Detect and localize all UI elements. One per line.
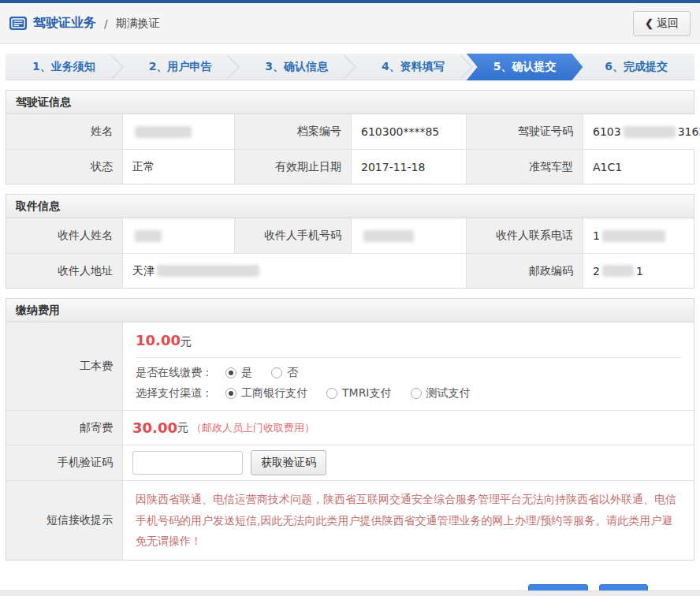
post-fee-row: 邮寄费 30.00元 （邮政人员上门收取费用） [6,410,694,445]
license-row-2: 状态 正常 有效期止日期 2017-11-18 准驾车型 A1C1 [6,149,694,184]
breadcrumb: 驾驶证业务 / 期满换证 [9,15,633,32]
payment-channel-question: 选择支付渠道： 工商银行支付 TMRI支付 测试支付 [136,386,681,400]
post-fee-label: 邮寄费 [6,410,123,445]
expiry-label: 有效期止日期 [235,149,352,184]
pickup-section-title: 取件信息 [6,195,694,218]
channel-test-option[interactable]: 测试支付 [411,386,471,400]
step-label: 5、确认提交 [493,60,557,74]
sms-code-row: 手机验证码 获取验证码 [6,445,694,480]
postcode-label: 邮政编码 [467,253,583,288]
status-label: 状态 [6,149,123,184]
radio-unchecked-icon[interactable] [411,388,422,399]
page-title: 驾驶证业务 [33,15,96,32]
recipient-name-label: 收件人姓名 [6,218,123,253]
expiry-value: 2017-11-18 [352,149,467,184]
post-fee-amount: 30.00 [132,419,177,436]
post-fee-unit: 元 [177,421,188,435]
license-row-1: 姓名 档案编号 610300****85 驾驶证号码 61033163X [6,114,694,149]
redacted-license-no [624,126,676,138]
post-fee-content: 30.00元 （邮政人员上门收取费用） [123,410,694,445]
sms-code-input[interactable] [132,451,243,475]
back-button-label: 返回 [657,17,679,31]
redacted-recipient-address [157,265,259,277]
redacted-name [135,126,192,138]
redacted-recipient-name [135,230,162,242]
breadcrumb-current: 期满换证 [116,17,160,31]
step-2-user-declaration[interactable]: 2、用户申告 [122,54,239,80]
work-fee-label: 工本费 [6,322,123,410]
pickup-info-section: 取件信息 收件人姓名 收件人手机号码 收件人联系电话 1 收件人地址 天津 邮政… [6,194,694,289]
post-fee-note: （邮政人员上门收取费用） [192,421,315,435]
radio-checked-icon[interactable] [225,367,236,378]
redacted-recipient-phone [602,230,665,242]
fees-section-title: 缴纳费用 [6,299,694,322]
vehicle-class-label: 准驾车型 [467,149,583,184]
fees-section: 缴纳费用 工本费 10.00元 是否在线缴费： 是 否 [6,298,694,561]
file-no-label: 档案编号 [235,114,352,149]
channel-tmri-option[interactable]: TMRI支付 [326,386,392,400]
channel-tmri-label: TMRI支付 [342,386,392,400]
sms-code-label: 手机验证码 [6,445,123,480]
license-info-section: 驾驶证信息 姓名 档案编号 610300****85 驾驶证号码 6103316… [6,90,694,184]
online-no-option[interactable]: 否 [271,366,298,380]
recipient-mobile-value [352,218,467,253]
file-no-value: 610300****85 [352,114,467,149]
step-1-business-notice[interactable]: 1、业务须知 [6,54,122,80]
radio-checked-icon[interactable] [225,388,236,399]
payment-channel-label: 选择支付渠道： [136,386,213,400]
step-label: 4、资料填写 [382,60,445,74]
license-no-prefix: 6103 [593,125,621,138]
redacted-recipient-mobile [363,230,414,242]
sms-tip-row: 短信接收提示 因陕西省联通、电信运营商技术问题，陕西省互联网交通安全综合服务管理… [6,480,694,560]
license-no-value: 61033163X [583,114,700,149]
recipient-name-value [123,218,235,253]
back-button[interactable]: ❮ 返回 [633,11,691,36]
step-wizard: 1、业务须知 2、用户申告 3、确认信息 4、资料填写 5、确认提交 6、完成提… [6,54,694,80]
recipient-phone-value: 1 [583,218,694,253]
step-3-confirm-info[interactable]: 3、确认信息 [238,54,355,80]
online-payment-label: 是否在线缴费： [136,366,213,380]
step-6-complete-submit[interactable]: 6、完成提交 [578,54,694,80]
step-label: 3、确认信息 [265,60,328,74]
name-value [123,114,235,149]
sms-tip-text: 因陕西省联通、电信运营商技术问题，陕西省互联网交通安全综合服务管理平台无法向持陕… [123,480,694,560]
channel-icbc-option[interactable]: 工商银行支付 [225,386,307,400]
radio-unchecked-icon[interactable] [271,367,282,378]
work-fee-amount-line: 10.00元 [136,332,681,349]
recipient-address-label: 收件人地址 [6,253,123,288]
channel-test-label: 测试支付 [426,386,471,400]
bottom-scrollbar-strip [0,590,700,596]
redacted-postcode [602,265,634,277]
header: 驾驶证业务 / 期满换证 ❮ 返回 [0,3,700,44]
breadcrumb-separator: / [104,17,108,30]
back-chevron-icon: ❮ [645,17,653,29]
vehicle-class-value: A1C1 [583,149,694,184]
online-yes-option[interactable]: 是 [225,366,252,380]
step-label: 1、业务须知 [32,60,95,74]
work-fee-content: 10.00元 是否在线缴费： 是 否 选择支付渠道： [123,322,694,410]
radio-unchecked-icon[interactable] [326,388,337,399]
step-5-confirm-submit-active[interactable]: 5、确认提交 [467,54,583,80]
get-code-button[interactable]: 获取验证码 [251,450,326,475]
recipient-address-value: 天津 [123,253,467,288]
license-card-icon [9,17,27,30]
work-fee-row: 工本费 10.00元 是否在线缴费： 是 否 [6,322,694,410]
postcode-suffix: 1 [636,265,643,278]
postcode-value: 21 [583,253,694,288]
recipient-address-prefix: 天津 [132,264,155,278]
pickup-row-2: 收件人地址 天津 邮政编码 21 [6,253,694,288]
license-no-label: 驾驶证号码 [467,114,583,149]
step-label: 6、完成提交 [605,60,668,74]
license-no-suffix: 3163X [678,125,700,138]
recipient-mobile-label: 收件人手机号码 [235,218,352,253]
sms-code-content: 获取验证码 [123,445,694,480]
fee-divider [136,357,681,358]
postcode-prefix: 2 [593,265,600,278]
online-payment-question: 是否在线缴费： 是 否 [136,366,681,380]
license-section-title: 驾驶证信息 [6,91,694,114]
recipient-phone-label: 收件人联系电话 [467,218,583,253]
work-fee-amount: 10.00 [136,332,181,348]
sms-tip-label: 短信接收提示 [6,480,123,560]
step-4-fill-data[interactable]: 4、资料填写 [355,54,471,80]
step-label: 2、用户申告 [149,60,212,74]
